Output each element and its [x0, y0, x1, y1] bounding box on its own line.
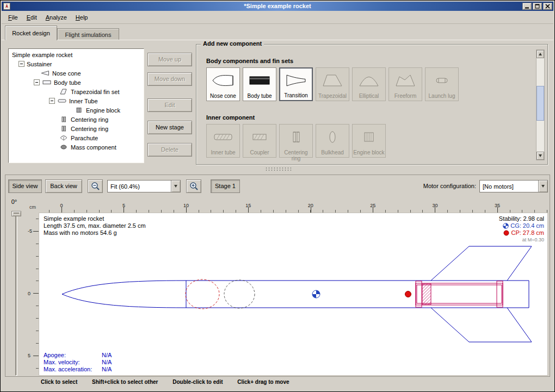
tree-item-sustainer[interactable]: Sustainer: [9, 59, 144, 69]
tab-rocket-design[interactable]: Rocket design: [5, 26, 57, 40]
mass-component-icon: [59, 144, 69, 150]
elliptical-fin-icon: [353, 68, 385, 93]
chevron-down-icon: [174, 185, 177, 188]
centering-ring-icon: [59, 126, 69, 132]
tree-item-body-tube[interactable]: Body tube: [9, 78, 144, 87]
hint-shift-click: Shift+click to select other: [92, 379, 158, 385]
coupler-icon: [243, 125, 276, 150]
mach-condition: at M=0.30: [522, 237, 544, 244]
scrollbar-thumb[interactable]: [536, 86, 544, 121]
motor-dropdown-button[interactable]: [538, 181, 547, 192]
motor-configuration-select[interactable]: [No motors]: [479, 180, 548, 192]
component-scrollbar[interactable]: [536, 49, 545, 160]
cp-icon: [503, 230, 509, 236]
body-tube-icon: [243, 68, 276, 93]
menu-edit[interactable]: Edit: [22, 13, 41, 22]
rocket-name: Simple example rocket: [44, 215, 146, 222]
arrow-down-icon: [539, 154, 542, 157]
tree-item-root[interactable]: Simple example rocket: [9, 50, 144, 59]
maximize-button[interactable]: [533, 3, 542, 10]
body-component-buttons: Nose cone Body tube Transition Trapezoid…: [206, 67, 459, 101]
collapse-icon[interactable]: [18, 61, 24, 67]
menu-bar: File Edit Analyze Help: [2, 11, 553, 24]
title-bar: *Simple example rocket: [2, 2, 553, 11]
tab-flight-simulations[interactable]: Flight simulations: [57, 28, 119, 40]
scroll-up-button[interactable]: [536, 50, 544, 58]
window-title: *Simple example rocket: [2, 3, 553, 9]
edit-button: Edit: [147, 98, 192, 112]
zoom-in-button[interactable]: [186, 179, 201, 193]
add-launch-lug-button: Launch lug: [425, 67, 459, 101]
rotation-slider[interactable]: [15, 213, 17, 376]
engine-block-shape[interactable]: [422, 284, 431, 304]
openrocket-window: *Simple example rocket File Edit Analyze…: [0, 0, 555, 392]
zoom-dropdown-button[interactable]: [171, 181, 180, 192]
parachute-icon: [59, 135, 69, 141]
rotation-slider-thumb[interactable]: [11, 211, 21, 216]
menu-analyze[interactable]: Analyze: [41, 13, 71, 22]
tree-item-parachute[interactable]: Parachute: [9, 133, 144, 142]
rocket-view-panel: Side view Back view Fit (60.4%) Stage 1 …: [5, 175, 550, 377]
bulkhead-icon: [316, 125, 349, 150]
maximize-icon: [535, 4, 540, 9]
back-view-button[interactable]: Back view: [45, 179, 82, 193]
component-tree[interactable]: Simple example rocket Sustainer Nose con…: [8, 48, 144, 163]
menu-file[interactable]: File: [4, 13, 22, 22]
tree-item-nose-cone[interactable]: Nose cone: [9, 69, 144, 78]
add-elliptical-fin-button: Elliptical: [352, 67, 386, 101]
move-down-button: Move down: [147, 72, 192, 86]
stability-block: Stability: 2.98 cal CG: 20.4 cm CP: 27.8…: [499, 215, 544, 244]
cg-value: CG: 20.4 cm: [510, 222, 544, 229]
mass-component-outline[interactable]: [224, 280, 255, 308]
side-view-button[interactable]: Side view: [8, 179, 42, 193]
add-trapezoidal-fin-button: Trapezoidal: [316, 67, 349, 101]
close-icon: [545, 4, 550, 9]
collapse-icon[interactable]: [34, 79, 40, 85]
rocket-canvas[interactable]: Simple example rocket Length 37.5 cm, ma…: [39, 213, 548, 376]
add-nose-cone-button[interactable]: Nose cone: [206, 67, 240, 101]
split-pane-divider[interactable]: [265, 167, 291, 171]
rocket-drawing[interactable]: [39, 213, 548, 376]
collapse-icon[interactable]: [49, 98, 55, 104]
add-component-title: Add new component: [201, 40, 264, 47]
new-stage-button[interactable]: New stage: [147, 121, 192, 134]
close-button[interactable]: [543, 3, 552, 10]
ruler-major-ticks: [33, 231, 39, 376]
max-velocity-value: N/A: [102, 359, 112, 366]
rocket-dimensions: Length 37.5 cm, max. diameter 2.5 cm: [44, 222, 146, 229]
add-transition-button[interactable]: Transition: [279, 67, 313, 101]
tree-item-engine-block[interactable]: Engine block: [9, 105, 144, 115]
max-velocity-label: Max. velocity:: [44, 359, 102, 366]
nose-cone-icon: [207, 68, 239, 93]
window-controls: [522, 3, 552, 10]
inner-component-buttons: Inner tube Coupler Centering ring Bulkhe…: [206, 124, 386, 158]
tree-item-trapezoidal-fin-set[interactable]: Trapezoidal fin set: [9, 87, 144, 96]
scroll-down-button[interactable]: [536, 152, 544, 160]
tree-item-centering-ring-2[interactable]: Centering ring: [9, 124, 144, 133]
inner-component-label: Inner component: [206, 114, 255, 121]
main-tabstrip: Rocket design Flight simulations: [2, 26, 553, 40]
add-coupler-button: Coupler: [243, 124, 276, 158]
tree-item-mass-component[interactable]: Mass component: [9, 142, 144, 152]
zoom-out-button[interactable]: [88, 179, 103, 193]
menu-help[interactable]: Help: [71, 13, 92, 22]
add-engine-block-button: Engine block: [352, 124, 386, 158]
fin-bottom[interactable]: [431, 308, 532, 342]
freeform-fin-icon: [389, 68, 422, 93]
add-body-tube-button[interactable]: Body tube: [243, 67, 276, 101]
max-acceleration-value: N/A: [102, 366, 112, 373]
tab-panel-edge: [2, 40, 553, 40]
parachute-outline[interactable]: [186, 279, 219, 309]
fin-top[interactable]: [431, 246, 532, 281]
zoom-select[interactable]: Fit (60.4%): [107, 180, 181, 192]
hint-click-select: Click to select: [41, 379, 77, 385]
tree-item-inner-tube[interactable]: Inner Tube: [9, 96, 144, 105]
nose-cone-icon: [40, 70, 50, 76]
launch-lug-icon: [425, 68, 458, 93]
stage-1-toggle[interactable]: Stage 1: [211, 179, 240, 193]
add-freeform-fin-button: Freeform: [388, 67, 422, 101]
apogee-label: Apogee:: [44, 352, 102, 359]
body-components-label: Body components and fin sets: [206, 58, 293, 64]
tree-item-centering-ring-1[interactable]: Centering ring: [9, 115, 144, 124]
minimize-button[interactable]: [522, 3, 532, 10]
